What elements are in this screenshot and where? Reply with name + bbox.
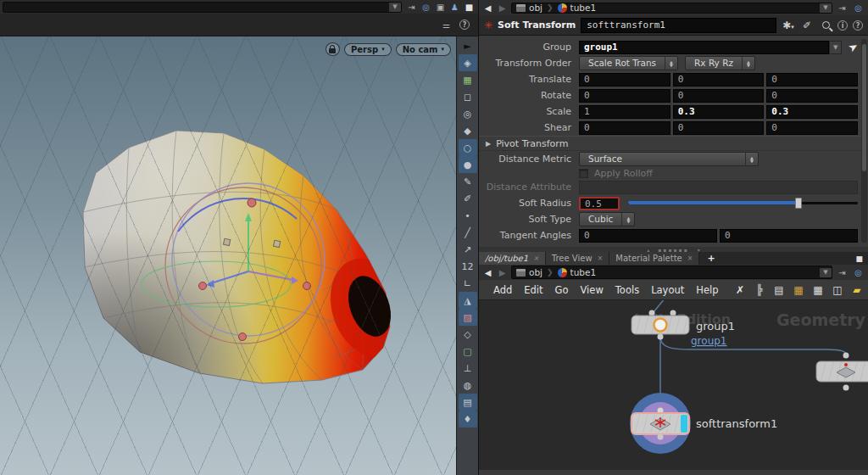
help-icon[interactable]: ? (459, 20, 470, 30)
stroke-icon[interactable]: ╱ (459, 224, 477, 241)
snap-grid-icon[interactable]: ▦ (459, 71, 477, 88)
tangent-angle-2-input[interactable]: 0 (720, 229, 858, 243)
radial-menu-icon[interactable]: ◎ (420, 2, 432, 13)
apply-rolloff-checkbox[interactable] (579, 169, 588, 178)
rotate-z-input[interactable]: 0 (766, 89, 858, 103)
lock-icon[interactable]: ◻ (459, 88, 477, 105)
pen-icon[interactable]: ↗ (459, 241, 477, 258)
shear-z-input[interactable]: 0 (766, 121, 858, 135)
pane-expand-icon[interactable]: ► (459, 37, 477, 54)
menu-item[interactable]: View (575, 284, 609, 296)
soft-type-select[interactable]: Cubic ▲▼ (579, 212, 635, 226)
distance-attribute-input[interactable] (579, 181, 858, 194)
back-arrow-icon[interactable]: ◀ (482, 268, 493, 277)
pick-selection-icon[interactable]: ➤ (846, 39, 860, 54)
soft-radius-slider[interactable] (628, 197, 858, 210)
view-lock-button[interactable] (326, 42, 340, 56)
ruler-icon[interactable]: ∟ (459, 275, 477, 292)
maximize-pane-icon[interactable]: ■ (855, 252, 868, 265)
group-input[interactable]: group1 (579, 41, 829, 54)
scale-z-input[interactable]: 0.3 (766, 105, 858, 119)
radial-menu-icon[interactable]: ◎ (852, 3, 865, 14)
pane-tab[interactable]: /obj/tube1 × (479, 252, 546, 265)
select-brush-icon[interactable]: ✎ (459, 173, 477, 190)
search-icon[interactable] (819, 20, 832, 31)
distance-metric-select[interactable]: Surface ▲▼ (579, 152, 759, 166)
rotate-x-input[interactable]: 0 (579, 89, 670, 103)
frame-count-icon[interactable]: 12 (459, 258, 477, 275)
view-mode-icon[interactable]: ◈ (459, 54, 477, 71)
obj-breadcrumb[interactable]: obj (512, 267, 547, 277)
chevron-down-icon[interactable]: ▼ (389, 3, 401, 12)
translate-z-input[interactable]: 0 (766, 73, 858, 87)
cube-icon[interactable]: ▣ (434, 2, 447, 13)
pane-tab[interactable]: Material Palette × (609, 252, 699, 265)
softtransform1-node[interactable] (630, 393, 691, 454)
shear-x-input[interactable]: 0 (579, 121, 670, 135)
soft-radius-input[interactable]: 0.5 (579, 197, 620, 210)
close-icon[interactable]: × (533, 254, 539, 262)
pane-layout-icon[interactable]: ⚌ (440, 20, 453, 31)
scrollbar-thumb[interactable] (862, 44, 866, 171)
list-view-icon[interactable]: ▤ (770, 284, 787, 296)
help-icon[interactable]: ? (853, 20, 863, 31)
forward-arrow-icon[interactable]: ▶ (497, 268, 508, 277)
menu-item[interactable]: Help (690, 284, 724, 296)
group1-node-label[interactable]: group1 (696, 320, 735, 332)
forward-arrow-icon[interactable]: ▶ (497, 3, 508, 13)
user-icon[interactable]: ♟ (448, 2, 461, 13)
chevron-down-icon[interactable]: ▼ (820, 3, 832, 13)
scale-x-input[interactable]: 1 (579, 105, 670, 119)
point-icon[interactable]: • (459, 207, 477, 224)
new-tab-button[interactable]: + (699, 252, 722, 265)
pivot-icon[interactable]: ◆ (459, 122, 477, 139)
close-icon[interactable]: × (687, 254, 693, 262)
lighting-icon[interactable]: ○ (459, 139, 477, 156)
menu-item[interactable]: Tools (609, 284, 645, 296)
group-dropdown-button[interactable]: ▼ (829, 41, 842, 54)
output-dot[interactable] (658, 334, 664, 340)
side-node[interactable] (816, 353, 868, 391)
tangent-angle-1-input[interactable]: 0 (579, 229, 717, 243)
persp-view-button[interactable]: Persp ▾ (344, 43, 392, 56)
tools-icon[interactable]: ✗ (731, 284, 748, 296)
checker-icon[interactable]: ▨ (459, 309, 477, 326)
output-dot[interactable] (843, 385, 849, 391)
pane-tab[interactable]: Tree View × (546, 252, 609, 265)
chevron-down-icon[interactable]: ▼ (820, 268, 832, 277)
display-flag-bar[interactable] (681, 415, 687, 433)
wire-label[interactable]: group1 (691, 335, 727, 347)
tile-windows-icon[interactable]: ◫ (828, 284, 846, 296)
cone-display-icon[interactable]: ◮ (459, 292, 477, 309)
pin-icon[interactable]: ⇥ (836, 267, 849, 278)
scale-y-input[interactable]: 0.3 (673, 105, 765, 119)
grid-cells-icon[interactable]: ▦ (809, 284, 826, 296)
node-path-field[interactable]: obj ❯ tube1 ▼ (511, 3, 832, 14)
input-dot[interactable] (843, 353, 849, 359)
output-dot[interactable] (658, 434, 664, 440)
back-arrow-icon[interactable]: ◀ (482, 3, 493, 13)
network-path-field[interactable]: obj ❯ tube1 ▼ (511, 265, 832, 279)
menu-item[interactable]: Layout (645, 284, 690, 296)
softtransform1-node-label[interactable]: softtransform1 (696, 417, 777, 430)
tube1-breadcrumb[interactable]: tube1 (554, 3, 601, 13)
gear-icon[interactable]: ✱▾ (782, 20, 795, 31)
menu-item[interactable]: Add (487, 284, 518, 296)
tripod-icon[interactable]: ⊥ (459, 360, 477, 377)
tree-view-icon[interactable]: ╠ (750, 284, 768, 296)
headlight-icon[interactable]: ◎ (459, 105, 477, 122)
parameter-scrollbar[interactable] (861, 39, 867, 243)
info-icon[interactable]: i (837, 20, 848, 31)
material-shade-icon[interactable]: ● (459, 156, 477, 173)
translate-y-input[interactable]: 0 (673, 73, 765, 87)
translate-x-input[interactable]: 0 (579, 73, 670, 87)
pivot-transform-section[interactable]: ▶ Pivot Transform (479, 136, 868, 151)
pin-icon[interactable]: ⇥ (405, 2, 418, 13)
palette-icon[interactable]: ▦ (789, 284, 807, 296)
network-editor[interactable]: Indie Edition Geometry group1 (479, 300, 868, 470)
camera-select-button[interactable]: No cam ▾ (396, 43, 451, 56)
background-image-icon[interactable]: ▤ (459, 394, 477, 411)
slider-handle[interactable] (795, 198, 802, 209)
tube1-breadcrumb[interactable]: tube1 (554, 267, 601, 277)
diamond-icon[interactable]: ◇ (459, 326, 477, 343)
